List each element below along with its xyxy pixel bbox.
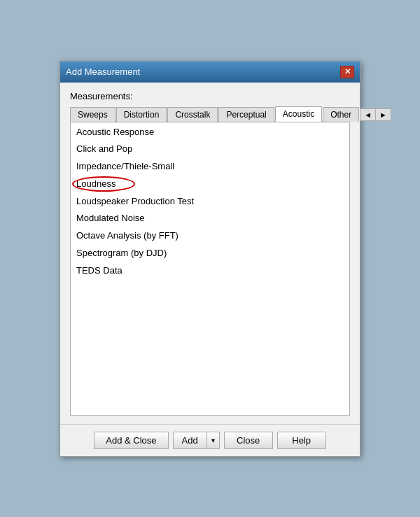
list-item-loudspeaker-production-test[interactable]: Loudspeaker Production Test xyxy=(71,193,349,211)
add-button-group: Add ▾ xyxy=(173,432,220,449)
tab-nav: ◄ ► xyxy=(360,108,391,121)
tab-sweeps[interactable]: Sweeps xyxy=(70,107,115,122)
measurements-list[interactable]: Acoustic ResponseClick and PopImpedance/… xyxy=(70,122,350,416)
dialog-body: Measurements: Sweeps Distortion Crosstal… xyxy=(60,83,360,424)
list-item-teds-data[interactable]: TEDS Data xyxy=(71,262,349,280)
tab-other[interactable]: Other xyxy=(323,107,359,122)
loudness-circle-annotation xyxy=(72,176,135,192)
list-item-click-and-pop[interactable]: Click and Pop xyxy=(71,141,349,158)
list-item-loudness[interactable]: Loudness xyxy=(71,176,349,193)
add-dropdown-button[interactable]: ▾ xyxy=(206,432,220,449)
title-bar: Add Measurement ✕ xyxy=(60,62,360,83)
tab-next-button[interactable]: ► xyxy=(376,109,391,120)
add-close-button[interactable]: Add & Close xyxy=(94,432,168,449)
dialog-title: Add Measurement xyxy=(66,66,140,77)
list-item-acoustic-response[interactable]: Acoustic Response xyxy=(71,124,349,141)
add-measurement-dialog: Add Measurement ✕ Measurements: Sweeps D… xyxy=(59,61,360,457)
tab-acoustic[interactable]: Acoustic xyxy=(275,106,322,122)
dialog-footer: Add & Close Add ▾ Close Help xyxy=(60,424,360,456)
measurements-label: Measurements: xyxy=(70,91,350,101)
list-item-impedance-thiele-small[interactable]: Impedance/Thiele-Small xyxy=(71,158,349,176)
close-button[interactable]: Close xyxy=(224,432,273,449)
tab-perceptual[interactable]: Perceptual xyxy=(218,107,274,122)
tab-crosstalk[interactable]: Crosstalk xyxy=(167,107,218,122)
tab-distortion[interactable]: Distortion xyxy=(116,107,167,122)
close-icon[interactable]: ✕ xyxy=(340,66,354,78)
tabs-container: Sweeps Distortion Crosstalk Perceptual A… xyxy=(70,106,350,122)
help-button[interactable]: Help xyxy=(277,432,326,449)
list-item-spectrogram[interactable]: Spectrogram (by DJD) xyxy=(71,245,349,262)
add-button[interactable]: Add xyxy=(173,432,206,449)
list-item-modulated-noise[interactable]: Modulated Noise xyxy=(71,210,349,227)
tab-prev-button[interactable]: ◄ xyxy=(360,109,376,120)
list-item-octave-analysis[interactable]: Octave Analysis (by FFT) xyxy=(71,227,349,245)
